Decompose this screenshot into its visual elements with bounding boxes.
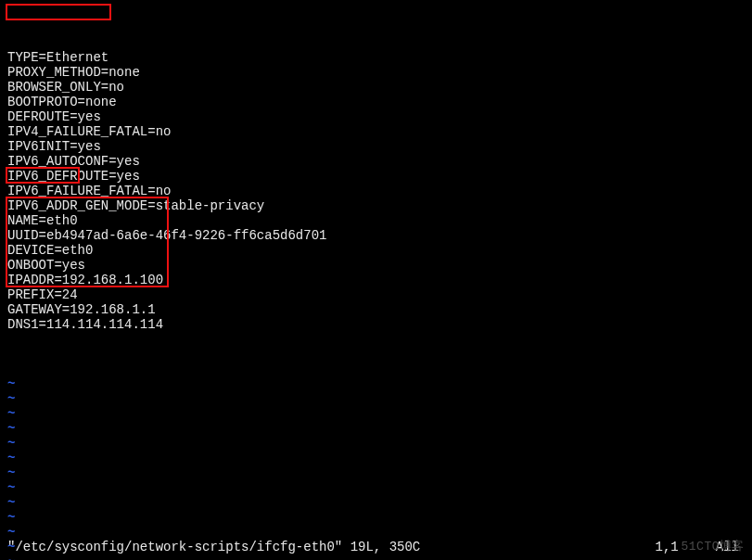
terminal-viewport[interactable]: TYPE=EthernetPROXY_METHOD=noneBROWSER_ON… [0,0,752,560]
status-spacer [420,540,655,554]
config-line: IPADDR=192.168.1.100 [7,273,745,287]
config-line: DEFROUTE=yes [7,109,745,124]
empty-line-tilde: ~ [7,436,745,451]
highlight-box-type [6,4,111,20]
config-line: IPV4_FAILURE_FATAL=no [7,124,745,139]
config-line: BROWSER_ONLY=no [7,80,745,95]
config-line: IPV6_DEFROUTE=yes [7,169,745,184]
config-line: ONBOOT=yes [7,258,745,273]
status-cursor-pos: 1,1 [656,540,679,554]
empty-line-tilde: ~ [7,421,745,436]
empty-line-tilde: ~ [7,451,745,465]
config-line: TYPE=Ethernet [7,50,745,65]
status-file-info: "/etc/sysconfig/network-scripts/ifcfg-et… [7,540,420,554]
config-line: IPV6_FAILURE_FATAL=no [7,184,745,198]
config-line: PROXY_METHOD=none [7,65,745,80]
empty-line-tilde: ~ [7,510,745,525]
config-line: PREFIX=24 [7,287,745,302]
empty-region: ~~~~~~~~~~~~~~~ [7,376,745,560]
empty-line-tilde: ~ [7,406,745,421]
config-line: DEVICE=eth0 [7,243,745,258]
config-line: GATEWAY=192.168.1.1 [7,302,745,317]
empty-line-tilde: ~ [7,465,745,480]
config-line: BOOTPROTO=none [7,95,745,109]
config-line: DNS1=114.114.114.114 [7,317,745,332]
empty-line-tilde: ~ [7,480,745,495]
config-lines: TYPE=EthernetPROXY_METHOD=noneBROWSER_ON… [7,50,745,332]
vim-status-bar: "/etc/sysconfig/network-scripts/ifcfg-et… [7,540,745,554]
config-line: IPV6INIT=yes [7,139,745,154]
config-line: NAME=eth0 [7,213,745,228]
empty-line-tilde: ~ [7,525,745,540]
empty-line-tilde: ~ [7,391,745,406]
empty-line-tilde: ~ [7,376,745,391]
config-line: IPV6_AUTOCONF=yes [7,154,745,169]
config-line: UUID=eb4947ad-6a6e-46f4-9226-ff6ca5d6d70… [7,228,745,243]
config-line: IPV6_ADDR_GEN_MODE=stable-privacy [7,198,745,213]
empty-line-tilde: ~ [7,554,745,560]
empty-line-tilde: ~ [7,495,745,510]
status-scroll-pct: All [716,540,739,554]
